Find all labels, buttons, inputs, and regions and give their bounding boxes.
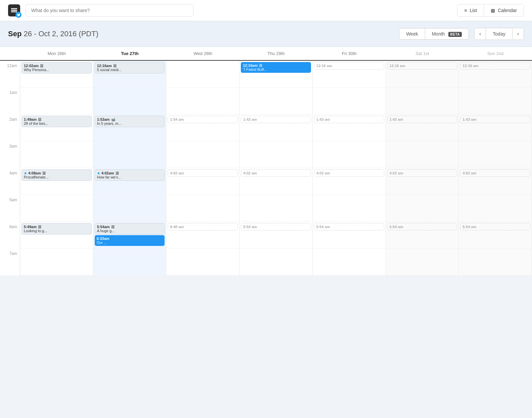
list-view-button[interactable]: ≡ List: [457, 4, 484, 16]
image-icon: 🖼: [42, 171, 46, 175]
time-cell-0-0: 12:02am🖼Why Persona...: [20, 61, 93, 88]
event-title: "I Failed Buff...: [243, 67, 309, 71]
event-card[interactable]: 1:43 am: [387, 116, 457, 123]
week-view-button[interactable]: Week: [399, 29, 425, 39]
event-time: 5:54 am: [316, 225, 382, 229]
event-title: 5 social medi...: [97, 68, 163, 72]
time-cell-1-4: [313, 88, 386, 114]
event-time-text: 4:02 am: [170, 171, 184, 175]
event-time-text: 1:53am: [97, 117, 110, 121]
event-card[interactable]: 4:02 am: [387, 169, 457, 177]
event-card[interactable]: 5:54 am: [387, 223, 457, 230]
today-button[interactable]: Today: [486, 29, 512, 39]
event-time: 5:49am🖼: [24, 225, 89, 229]
event-card[interactable]: 1:43 am: [241, 116, 311, 123]
time-cell-1-1: [93, 88, 167, 114]
event-time-text: 12:16am: [243, 63, 258, 67]
event-title: In 5 years, m...: [97, 121, 163, 125]
calendar-view-button[interactable]: ▦ Calendar: [484, 4, 524, 16]
time-cell-7-5: [386, 249, 459, 275]
event-card[interactable]: 12:02am🖼Why Persona...: [21, 62, 92, 73]
event-time-text: 1:43 am: [390, 117, 403, 121]
event-card[interactable]: 4:02 am: [241, 169, 311, 177]
time-gutter-header: [0, 47, 20, 61]
time-label-3: 3am: [0, 141, 20, 168]
time-cell-4-3: 4:02 am: [239, 168, 313, 195]
event-card[interactable]: 1:43 am: [460, 116, 530, 123]
time-cell-5-5: [386, 195, 459, 222]
time-cell-7-3: [239, 249, 313, 275]
event-card[interactable]: 12:16 am: [314, 62, 384, 69]
event-card[interactable]: 6:40 am: [168, 223, 238, 230]
event-card[interactable]: ★4:08am🖼Procaffeinate...: [21, 169, 92, 181]
time-cell-2-1: 1:53am📹In 5 years, m...: [93, 114, 167, 141]
event-card[interactable]: ★4:02am🖼How far we'v...: [95, 169, 165, 181]
event-time: 12:16 am: [462, 64, 528, 68]
time-cell-5-1: [93, 195, 167, 222]
event-time-text: 5:54am: [97, 225, 110, 229]
event-title: Our ...: [97, 241, 163, 245]
day-header-4: Fri 30th: [313, 47, 386, 61]
event-card[interactable]: 5:54 am: [460, 223, 530, 230]
event-title: 28 of the bes...: [24, 121, 89, 125]
next-button[interactable]: ›: [513, 28, 524, 40]
svg-rect-2: [11, 8, 17, 9]
event-card[interactable]: 12:16 am: [387, 62, 457, 69]
event-card[interactable]: 4:02 am: [460, 169, 530, 177]
event-title: How far we'v...: [97, 175, 163, 179]
time-cell-5-3: [239, 195, 313, 222]
calendar-container: Mon 26thTue 27thWed 28thThu 29thFri 30th…: [0, 47, 532, 275]
month-view-button[interactable]: Month BETA: [425, 29, 469, 39]
event-card[interactable]: 5:54 am: [241, 223, 311, 230]
time-cell-6-3: 5:54 am: [239, 222, 313, 249]
video-icon: 📹: [111, 118, 115, 121]
event-time: 1:43 am: [243, 117, 309, 121]
event-time: 4:02 am: [390, 171, 455, 175]
event-card[interactable]: 1:43 am: [314, 116, 384, 123]
event-card[interactable]: 1:53am📹In 5 years, m...: [95, 116, 165, 127]
event-time: 6:40 am: [170, 225, 235, 229]
event-card[interactable]: 12:16 am: [460, 62, 530, 69]
event-title: A huge g...: [97, 229, 163, 233]
calendar-grid: Mon 26thTue 27thWed 28thThu 29thFri 30th…: [0, 47, 532, 275]
time-cell-4-4: 4:02 am: [313, 168, 386, 195]
search-input[interactable]: [26, 4, 193, 17]
event-card[interactable]: 1:54 am: [168, 116, 238, 123]
image-icon: 🖼: [116, 171, 119, 175]
time-cell-1-6: [459, 88, 532, 114]
event-card[interactable]: 12:16am🖼"I Failed Buff...: [241, 62, 311, 73]
event-time: 5:54 am: [390, 225, 455, 229]
time-cell-6-6: 5:54 am: [459, 222, 532, 249]
event-time: 1:43 am: [390, 117, 455, 121]
event-title: Looking to g...: [24, 229, 89, 233]
event-time-text: 4:02 am: [462, 171, 476, 175]
event-card[interactable]: 4:02 am: [168, 169, 238, 177]
time-label-0: 12am: [0, 61, 20, 88]
view-toggle-header: ≡ List ▦ Calendar: [457, 4, 524, 17]
event-time: 1:43 am: [316, 117, 382, 121]
event-card[interactable]: 5:49am🖼Looking to g...: [21, 223, 92, 234]
twitter-icon: [17, 13, 20, 17]
event-card[interactable]: 12:16am🖼5 social medi...: [95, 62, 165, 73]
event-time-text: 5:54 am: [390, 225, 403, 229]
event-card[interactable]: 5:54am🖼A huge g...: [95, 223, 165, 234]
time-cell-6-4: 5:54 am: [313, 222, 386, 249]
beta-badge: BETA: [448, 32, 462, 37]
time-label-6: 6am: [0, 222, 20, 249]
event-card[interactable]: 5:54 am: [314, 223, 384, 230]
event-time: 12:16 am: [390, 64, 455, 68]
event-card[interactable]: 4:02 am: [314, 169, 384, 177]
event-card[interactable]: 1:49am🖼28 of the bes...: [21, 116, 92, 127]
date-range: Sep 26 - Oct 2, 2016 (PDT): [8, 30, 394, 38]
calendar-icon: ▦: [491, 8, 495, 13]
week-month-toggle: Week Month BETA: [399, 28, 469, 40]
event-time: 5:54 am: [243, 225, 309, 229]
event-time-text: 1:49am: [24, 117, 37, 121]
date-navigation: ‹ Today ›: [474, 28, 524, 40]
time-cell-4-6: 4:02 am: [459, 168, 532, 195]
prev-button[interactable]: ‹: [475, 28, 486, 40]
event-time-text: 6:40 am: [170, 225, 184, 229]
event-card[interactable]: 6:33amOur ...: [95, 235, 165, 246]
time-cell-2-2: 1:54 am: [166, 114, 239, 141]
time-cell-6-5: 5:54 am: [386, 222, 459, 249]
